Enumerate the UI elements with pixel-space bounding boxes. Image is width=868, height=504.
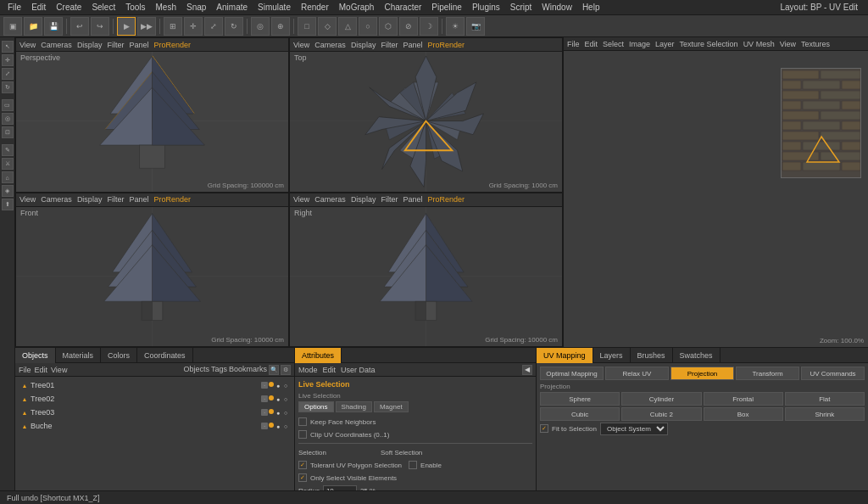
uv-btn-optimal[interactable]: Optimal Mapping	[540, 367, 604, 380]
toolbar-rotate[interactable]: ↻	[225, 17, 243, 36]
vp-display-1[interactable]: Display	[77, 41, 103, 49]
toolbar-obj7[interactable]: ☽	[420, 17, 438, 36]
vp-cameras-2[interactable]: Cameras	[314, 41, 346, 49]
uv-proj-frontal[interactable]: Frontal	[704, 392, 783, 406]
tool-weld[interactable]: ◈	[2, 185, 14, 197]
uv-proj-box[interactable]: Box	[704, 407, 783, 421]
viewport-front[interactable]: View Cameras Display Filter Panel ProRen…	[15, 193, 289, 348]
vp-filter-3[interactable]: Filter	[107, 195, 124, 204]
vp-prorender-3[interactable]: ProRender	[153, 195, 191, 204]
vp-panel-1[interactable]: Panel	[129, 41, 148, 49]
object-item-tree03[interactable]: ▲ Tree03 · ● ○	[17, 406, 292, 419]
menu-tools[interactable]: Tools	[121, 3, 149, 12]
tab-objects[interactable]: Objects	[15, 348, 56, 363]
toolbar-obj3[interactable]: △	[338, 17, 357, 36]
viewport-right[interactable]: View Cameras Display Filter Panel ProRen…	[289, 193, 563, 348]
tool-select-rect[interactable]: ▭	[2, 99, 14, 111]
toolbar-redo[interactable]: ↪	[91, 17, 109, 36]
uv-btn-relax[interactable]: Relax UV	[605, 367, 669, 380]
obj-color-2[interactable]	[269, 395, 274, 400]
attr-subtab-options[interactable]: Options	[298, 401, 334, 412]
tab-colors[interactable]: Colors	[101, 348, 137, 363]
obj-dot-2a[interactable]: ·	[261, 395, 268, 402]
tool-brush[interactable]: ✎	[2, 144, 14, 156]
obj-color-3[interactable]	[269, 409, 274, 414]
toolbar-axis[interactable]: ⊕	[271, 17, 290, 36]
object-item-tree01[interactable]: ▲ Tree01 · ● ○	[17, 378, 292, 392]
object-item-buche[interactable]: ▲ Buche · ● ○	[17, 419, 292, 433]
vp-panel-2[interactable]: Panel	[403, 41, 422, 49]
uv-proj-cubic2[interactable]: Cubic 2	[621, 407, 701, 421]
menu-plugins[interactable]: Plugins	[468, 3, 504, 12]
vp-cameras-3[interactable]: Cameras	[41, 195, 72, 204]
vp-filter-4[interactable]: Filter	[381, 195, 398, 204]
menu-create[interactable]: Create	[52, 3, 86, 12]
obj-search-icon[interactable]: 🔍	[269, 365, 279, 375]
obj-vis-3[interactable]: ●	[275, 409, 281, 416]
uv-proj-cylinder[interactable]: Cylinder	[621, 392, 701, 406]
menu-file[interactable]: File	[3, 3, 25, 12]
tool-select-loop[interactable]: ⊡	[2, 126, 14, 138]
uv-btn-commands[interactable]: UV Commands	[801, 367, 865, 380]
obj-toolbar-edit[interactable]: Edit	[35, 366, 48, 374]
uv-image[interactable]: Image	[629, 40, 650, 48]
attr-userdata[interactable]: User Data	[341, 366, 376, 374]
vp-cameras-4[interactable]: Cameras	[314, 195, 346, 204]
toolbar-obj4[interactable]: ○	[359, 17, 377, 36]
toolbar-obj6[interactable]: ⊘	[399, 17, 418, 36]
menu-snap[interactable]: Snap	[182, 3, 210, 12]
uv-texture-sel[interactable]: Texture Selection	[680, 40, 738, 48]
uv-tab-layers[interactable]: Layers	[593, 348, 631, 363]
tool-move[interactable]: ✛	[2, 54, 14, 66]
obj-dot-1a[interactable]: ·	[261, 382, 268, 389]
attr-cb-enable[interactable]	[409, 461, 417, 469]
uv-select[interactable]: Select	[603, 40, 624, 48]
vp-prorender-1[interactable]: ProRender	[153, 41, 191, 49]
attr-cb-keepface[interactable]	[298, 417, 307, 426]
toolbar-camera[interactable]: 📷	[466, 17, 485, 36]
toolbar-new[interactable]: ▣	[3, 17, 22, 36]
menu-character[interactable]: Character	[380, 3, 426, 12]
toolbar-grid[interactable]: ⊞	[164, 17, 182, 36]
menu-window[interactable]: Window	[537, 3, 576, 12]
uv-view[interactable]: View	[780, 40, 796, 48]
uv-tab-mapping[interactable]: UV Mapping	[537, 348, 593, 363]
vp-cameras-1[interactable]: Cameras	[41, 41, 72, 49]
obj-vis-4[interactable]: ●	[275, 423, 281, 429]
uv-cb-fit[interactable]: ✓	[540, 424, 548, 433]
viewport-perspective[interactable]: View Cameras Display Filter Panel ProRen…	[15, 37, 289, 193]
toolbar-snap[interactable]: ◎	[251, 17, 270, 36]
uv-textures[interactable]: Textures	[801, 40, 830, 48]
menu-mograph[interactable]: MoGraph	[335, 3, 379, 12]
vp-display-2[interactable]: Display	[351, 41, 376, 49]
tool-bridge[interactable]: ⌂	[2, 171, 14, 183]
vp-display-3[interactable]: Display	[77, 195, 103, 204]
attr-cb-clipuv[interactable]	[298, 430, 307, 439]
toolbar-render2[interactable]: ▶▶	[137, 17, 156, 36]
uv-tab-brushes[interactable]: Brushes	[631, 348, 673, 363]
toolbar-move[interactable]: ✛	[184, 17, 203, 36]
tab-coordinates[interactable]: Coordinates	[137, 348, 193, 363]
vp-panel-4[interactable]: Panel	[403, 195, 422, 204]
menu-simulate[interactable]: Simulate	[253, 3, 295, 12]
menu-select[interactable]: Select	[87, 3, 120, 12]
toolbar-save[interactable]: 💾	[44, 17, 63, 36]
toolbar-light[interactable]: ☀	[446, 17, 465, 36]
vp-view-2[interactable]: View	[293, 41, 309, 49]
attr-mode[interactable]: Mode	[298, 366, 318, 374]
toolbar-scale[interactable]: ⤢	[204, 17, 223, 36]
vp-prorender-2[interactable]: ProRender	[427, 41, 465, 49]
tool-extrude[interactable]: ⬆	[2, 199, 14, 210]
tool-knife[interactable]: ⚔	[2, 158, 14, 170]
uv-file[interactable]: File	[567, 40, 580, 48]
toolbar-undo[interactable]: ↩	[70, 17, 89, 36]
tool-scale[interactable]: ⤢	[2, 68, 14, 80]
toolbar-open[interactable]: 📁	[24, 17, 42, 36]
uv-tab-swatches[interactable]: Swatches	[673, 348, 721, 363]
vp-view-1[interactable]: View	[19, 41, 36, 49]
attr-subtab-magnet[interactable]: Magnet	[374, 401, 409, 412]
toolbar-obj5[interactable]: ⬡	[379, 17, 398, 36]
vp-panel-3[interactable]: Panel	[129, 195, 148, 204]
obj-lock-4[interactable]: ○	[282, 423, 289, 429]
obj-dot-4a[interactable]: ·	[261, 423, 268, 429]
